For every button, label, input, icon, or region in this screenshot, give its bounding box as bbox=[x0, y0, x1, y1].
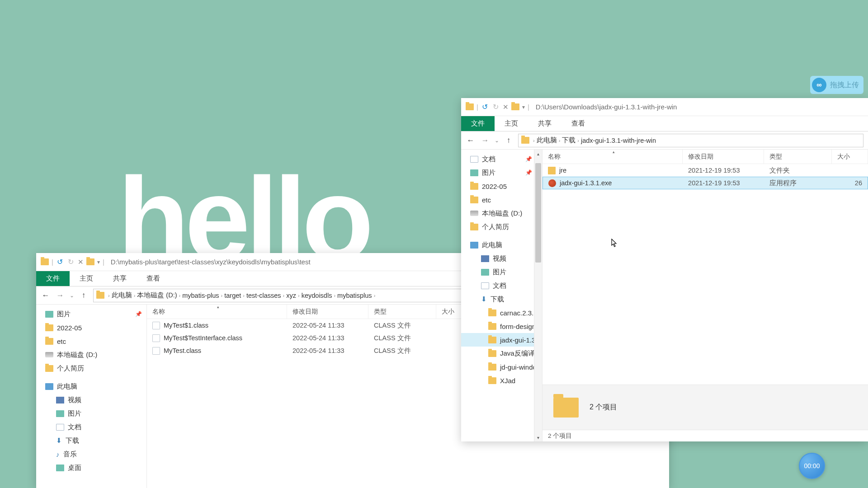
header-date[interactable]: 修改日期 bbox=[683, 150, 764, 164]
nav-pane: 图片📌2022-05etc本地磁盘 (D:)个人简历此电脑视频图片文档⬇下载♪音… bbox=[36, 305, 147, 488]
header-type[interactable]: 类型 bbox=[368, 305, 436, 319]
breadcrumb-seg[interactable]: test-classes bbox=[246, 292, 281, 299]
nav-item[interactable]: form-design-n bbox=[461, 319, 542, 333]
breadcrumb-seg[interactable]: 本地磁盘 (D:) bbox=[137, 291, 177, 300]
back-button[interactable]: ← bbox=[466, 136, 476, 145]
breadcrumb-seg[interactable]: jadx-gui-1.3.1-with-jre-win bbox=[581, 137, 656, 144]
nav-item[interactable]: ♪音乐 bbox=[36, 447, 146, 461]
breadcrumb-seg[interactable]: mybatis-plus bbox=[182, 292, 219, 299]
nav-item[interactable]: XJad bbox=[461, 374, 542, 387]
status-bar: 2 个项目 bbox=[542, 430, 868, 441]
nav-item[interactable]: ⬇下载 bbox=[461, 292, 542, 306]
breadcrumb-seg[interactable]: 此电脑 bbox=[537, 136, 557, 145]
file-date: 2022-05-24 11:33 bbox=[287, 347, 368, 354]
back-button[interactable]: ← bbox=[41, 291, 51, 300]
nav-item[interactable]: carnac.2.3.13( bbox=[461, 306, 542, 319]
nav-item[interactable]: 图片 bbox=[461, 265, 542, 279]
tab-view[interactable]: 查看 bbox=[137, 271, 170, 286]
tab-share[interactable]: 共享 bbox=[528, 116, 561, 131]
nav-item[interactable]: 2022-05 bbox=[36, 321, 146, 334]
up-button[interactable]: ↑ bbox=[504, 136, 514, 145]
undo-icon[interactable]: ↺ bbox=[56, 258, 64, 266]
nav-item[interactable]: 个人简历 bbox=[461, 220, 542, 234]
file-size: 26 bbox=[831, 179, 868, 187]
breadcrumb-seg[interactable]: 下载 bbox=[562, 136, 576, 145]
folder-icon bbox=[488, 364, 496, 371]
breadcrumb-seg[interactable]: 此电脑 bbox=[112, 291, 132, 300]
nav-item[interactable]: 2022-05 bbox=[461, 179, 542, 193]
music-icon: ♪ bbox=[56, 450, 60, 458]
nav-item[interactable]: 桌面 bbox=[36, 461, 146, 474]
redo-icon[interactable]: ↻ bbox=[492, 103, 500, 111]
exe-icon bbox=[548, 179, 556, 187]
nav-item[interactable]: 个人简历 bbox=[36, 361, 146, 375]
file-icon bbox=[152, 334, 160, 342]
nav-item[interactable]: 本地磁盘 (D:) bbox=[36, 348, 146, 361]
up-button[interactable]: ↑ bbox=[79, 291, 89, 300]
nav-item[interactable]: etc bbox=[461, 193, 542, 206]
breadcrumb-seg[interactable]: xyz bbox=[286, 292, 296, 299]
forward-button[interactable]: → bbox=[55, 291, 65, 300]
nav-item[interactable]: 文档 bbox=[36, 420, 146, 434]
close-icon[interactable]: ✕ bbox=[78, 258, 84, 266]
ribbon-tabs: 文件 主页 共享 查看 bbox=[461, 116, 868, 131]
pc-icon bbox=[45, 383, 53, 390]
doc-icon bbox=[56, 424, 64, 431]
nav-item[interactable]: 图片 bbox=[36, 407, 146, 420]
undo-icon[interactable]: ↺ bbox=[481, 103, 489, 111]
nav-item[interactable]: 此电脑 bbox=[36, 380, 146, 393]
breadcrumb-seg[interactable]: keydoisdls bbox=[302, 292, 332, 299]
nav-item[interactable]: jadx-gui-1.3.1 bbox=[461, 333, 542, 347]
nav-item[interactable]: 视频 bbox=[36, 393, 146, 407]
scroll-down-icon[interactable]: ▾ bbox=[534, 433, 542, 441]
header-type[interactable]: 类型 bbox=[764, 150, 832, 164]
nav-item[interactable]: jd-gui-window bbox=[461, 360, 542, 374]
nav-item[interactable]: 文档📌 bbox=[461, 152, 542, 166]
history-dropdown[interactable]: ⌄ bbox=[70, 292, 74, 299]
folder-icon bbox=[470, 183, 478, 190]
nav-item[interactable]: 图片📌 bbox=[461, 166, 542, 179]
file-date: 2022-05-24 11:33 bbox=[287, 322, 368, 329]
redo-icon[interactable]: ↻ bbox=[67, 258, 75, 266]
file-list[interactable]: jre2021-12-19 19:53文件夹jadx-gui-1.3.1.exe… bbox=[542, 164, 868, 385]
tab-home[interactable]: 主页 bbox=[70, 271, 103, 286]
close-icon[interactable]: ✕ bbox=[503, 103, 509, 111]
dropdown-icon[interactable]: ▾ bbox=[522, 104, 525, 110]
nav-item[interactable]: etc bbox=[36, 334, 146, 348]
tab-home[interactable]: 主页 bbox=[495, 116, 528, 131]
breadcrumb[interactable]: › 此电脑 › 下载 › jadx-gui-1.3.1-with-jre-win bbox=[518, 134, 863, 147]
file-row[interactable]: jadx-gui-1.3.1.exe2021-12-19 19:53应用程序26 bbox=[542, 177, 868, 189]
titlebar[interactable]: | ↺ ↻ ✕ ▾ | D:\Users\Downloads\jadx-gui-… bbox=[461, 98, 868, 116]
nav-item[interactable]: 此电脑 bbox=[461, 238, 542, 252]
nav-item[interactable]: 图片📌 bbox=[36, 307, 146, 321]
nav-item[interactable]: Java反编译工具 bbox=[461, 347, 542, 360]
upload-widget[interactable]: ∞ 拖拽上传 bbox=[810, 76, 863, 94]
timer-widget[interactable]: 00:00 bbox=[799, 453, 825, 479]
tab-view[interactable]: 查看 bbox=[561, 116, 595, 131]
nav-row: ← → ⌄ ↑ › 此电脑 › 下载 › jadx-gui-1.3.1-with… bbox=[461, 131, 868, 150]
breadcrumb-seg[interactable]: mybatisplus bbox=[337, 292, 372, 299]
tab-file[interactable]: 文件 bbox=[461, 116, 495, 131]
breadcrumb-seg[interactable]: target bbox=[224, 292, 241, 299]
file-row[interactable]: jre2021-12-19 19:53文件夹 bbox=[542, 164, 868, 177]
upload-label: 拖拽上传 bbox=[830, 80, 859, 90]
scrollbar[interactable]: ▴ ▾ bbox=[534, 150, 542, 441]
window-title: D:\Users\Downloads\jadx-gui-1.3.1-with-j… bbox=[536, 103, 677, 111]
nav-item[interactable]: 文档 bbox=[461, 279, 542, 292]
folder-icon bbox=[488, 337, 496, 343]
tab-share[interactable]: 共享 bbox=[103, 271, 137, 286]
forward-button[interactable]: → bbox=[480, 136, 490, 145]
scroll-up-icon[interactable]: ▴ bbox=[534, 150, 542, 158]
history-dropdown[interactable]: ⌄ bbox=[495, 137, 499, 144]
file-name: MyTest$1.class bbox=[164, 322, 208, 329]
nav-item[interactable]: ⬇下载 bbox=[36, 434, 146, 447]
details-pane: 2 个项目 bbox=[542, 385, 868, 430]
dropdown-icon[interactable]: ▾ bbox=[97, 259, 100, 265]
tab-file[interactable]: 文件 bbox=[36, 271, 70, 286]
nav-item[interactable]: 本地磁盘 (D:) bbox=[461, 206, 542, 220]
header-size[interactable]: 大小 bbox=[832, 150, 868, 164]
nav-item[interactable]: 视频 bbox=[461, 252, 542, 265]
scroll-thumb[interactable] bbox=[535, 163, 541, 263]
folder-icon bbox=[470, 197, 478, 203]
header-date[interactable]: 修改日期 bbox=[287, 305, 368, 319]
